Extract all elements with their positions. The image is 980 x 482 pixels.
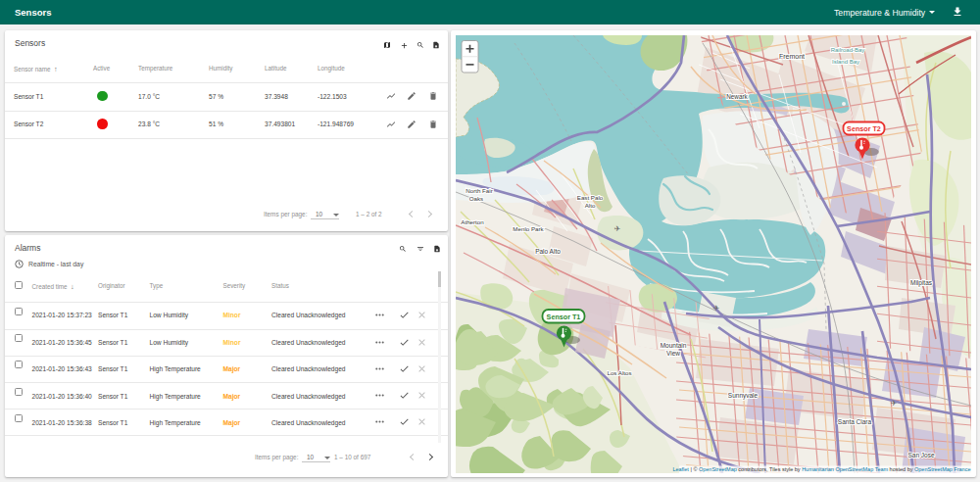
svg-text:Palo Alto: Palo Alto <box>535 248 561 255</box>
svg-text:✈: ✈ <box>712 304 719 313</box>
svg-text:View: View <box>666 350 680 357</box>
svg-text:Los Altos: Los Altos <box>607 369 631 376</box>
svg-text:Atherton: Atherton <box>461 218 484 225</box>
svg-text:Sunnyvale: Sunnyvale <box>727 392 758 400</box>
svg-text:San Jose: San Jose <box>907 452 934 458</box>
svg-text:Oaks: Oaks <box>468 195 482 202</box>
svg-text:North Fair: North Fair <box>466 187 493 194</box>
svg-text:Alto: Alto <box>584 202 595 209</box>
svg-text:Island Bay: Island Bay <box>831 59 858 65</box>
svg-text:Leaflet | © OpenStreetMap cont: Leaflet | © OpenStreetMap contributors, … <box>672 466 970 472</box>
svg-text:Menlo Park: Menlo Park <box>513 225 544 232</box>
svg-text:Railroad-Bay: Railroad-Bay <box>830 47 864 53</box>
svg-text:Newark: Newark <box>726 93 748 100</box>
svg-text:Milpitas: Milpitas <box>909 279 932 287</box>
svg-text:Sensor T2: Sensor T2 <box>847 124 881 133</box>
svg-text:Mountain: Mountain <box>660 342 686 349</box>
svg-text:✈: ✈ <box>613 224 620 233</box>
svg-text:Santa Clara: Santa Clara <box>837 418 871 425</box>
svg-text:East Palo: East Palo <box>576 194 603 201</box>
svg-text:Fremont: Fremont <box>778 53 804 60</box>
svg-text:✈: ✈ <box>890 399 897 408</box>
svg-text:Sensor T1: Sensor T1 <box>546 312 580 320</box>
